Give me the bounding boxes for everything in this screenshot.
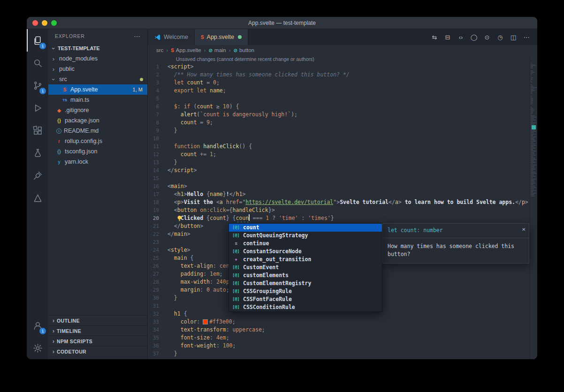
minimize-window-button[interactable]: [42, 20, 47, 26]
activity-settings-icon[interactable]: [27, 337, 48, 359]
breadcrumb-src[interactable]: src: [156, 47, 163, 53]
code-line-1[interactable]: 1<script>: [148, 63, 537, 71]
tree-folder-src[interactable]: ›src: [48, 74, 147, 84]
code-line-4[interactable]: 4 export let name;: [148, 87, 537, 95]
titlebar[interactable]: App.svelte — test-template: [27, 17, 537, 29]
editor-action-run-circle-icon[interactable]: ⊙: [481, 34, 493, 41]
editor-action-open-changes-icon[interactable]: ⊟: [442, 34, 454, 41]
suggestion-create-out-transition[interactable]: ◈create_out_transition: [229, 256, 382, 264]
code-line-13[interactable]: 13 }: [148, 158, 537, 166]
tree-file-yarn-lock[interactable]: yyarn.lock: [48, 157, 147, 167]
activity-accounts-icon[interactable]: 1: [27, 314, 48, 337]
minimap[interactable]: [529, 55, 537, 359]
line-number[interactable]: 36: [148, 342, 168, 350]
line-number[interactable]: 8: [148, 119, 168, 127]
editor-action-code-brackets-icon[interactable]: ‹›: [455, 34, 467, 41]
sidebar-panel-codetour[interactable]: ›CODETOUR: [48, 346, 147, 356]
code-line-8[interactable]: 8 count = 9;: [148, 119, 537, 127]
code-line-36[interactable]: 36 font-weight: 100;: [148, 342, 537, 350]
sidebar-panel-npm-scripts[interactable]: ›NPM SCRIPTS: [48, 336, 147, 346]
tree-file-tsconfig-json[interactable]: {}tsconfig.json: [48, 146, 147, 157]
code-line-33[interactable]: 33 color: #ff3e00;: [148, 318, 537, 326]
suggestion-countqueuingstrategy[interactable]: [@]CountQueuingStrategy: [229, 232, 382, 240]
line-number[interactable]: 30: [148, 294, 168, 302]
suggestion-continue[interactable]: ≡continue: [229, 240, 382, 248]
code-line-11[interactable]: 11 function handleClick() {: [148, 143, 537, 151]
suggestion-customelementregistry[interactable]: [@]CustomElementRegistry: [229, 279, 382, 287]
activity-search-icon[interactable]: [27, 52, 48, 74]
activity-azure-icon[interactable]: [27, 187, 48, 209]
suggestion-count[interactable]: [@]count: [229, 224, 382, 232]
line-number[interactable]: 35: [148, 334, 168, 342]
editor-action-circle-outline-icon[interactable]: ◯: [468, 34, 480, 41]
line-number[interactable]: 15: [148, 174, 168, 182]
activity-extensions-icon[interactable]: [27, 119, 48, 142]
activity-source-control-icon[interactable]: 1: [27, 74, 48, 97]
line-number[interactable]: 23: [148, 238, 168, 246]
breadcrumb-app-svelte[interactable]: SApp.svelte: [171, 47, 201, 53]
tab-welcome[interactable]: Welcome: [148, 29, 195, 45]
code-line-3[interactable]: 3 let count = 0;: [148, 79, 537, 87]
suggestion-cssconditionrule[interactable]: [@]CSSConditionRule: [229, 303, 382, 311]
line-number[interactable]: 6: [148, 103, 168, 111]
code-line-18[interactable]: 18 <p>Visit the <a href="https://svelte.…: [148, 198, 537, 206]
line-number[interactable]: 2: [148, 71, 168, 79]
code-line-37[interactable]: 37 }: [148, 350, 537, 358]
activity-plug-icon[interactable]: [27, 164, 48, 187]
line-number[interactable]: 13: [148, 158, 168, 166]
code-line-17[interactable]: 17 <h1>Hello {name}!</h1>: [148, 190, 537, 198]
editor-action-git-compare-icon[interactable]: ⇆: [428, 34, 441, 41]
activity-test-beaker-icon[interactable]: [27, 142, 48, 164]
line-number[interactable]: 9: [148, 127, 168, 135]
code-line-7[interactable]: 7 alert(`count is dangerously high!`);: [148, 111, 537, 119]
code-editor[interactable]: Unsaved changes (cannot determine recent…: [148, 55, 537, 359]
line-number[interactable]: 12: [148, 151, 168, 158]
code-line-19[interactable]: 19 <button on:click={handleClick}>: [148, 206, 537, 214]
line-number[interactable]: 22: [148, 230, 168, 238]
line-number[interactable]: 1: [148, 63, 168, 71]
line-number[interactable]: 33: [148, 318, 168, 326]
line-number[interactable]: 7: [148, 111, 168, 119]
line-number[interactable]: 28: [148, 278, 168, 286]
tree-folder-public[interactable]: ›public: [48, 64, 147, 74]
code-line-12[interactable]: 12 count += 1;: [148, 151, 537, 158]
explorer-more-actions-icon[interactable]: ⋯: [134, 32, 141, 40]
zoom-window-button[interactable]: [51, 20, 57, 26]
close-window-button[interactable]: [32, 20, 38, 26]
suggestion-cssfontfacerule[interactable]: [@]CSSFontFaceRule: [229, 295, 382, 303]
line-number[interactable]: 20: [148, 214, 168, 222]
line-number[interactable]: 3: [148, 79, 168, 87]
line-number[interactable]: 25: [148, 254, 168, 262]
line-number[interactable]: 32: [148, 310, 168, 318]
sidebar-panel-outline[interactable]: ›OUTLINE: [48, 315, 147, 325]
line-number[interactable]: 18: [148, 198, 168, 206]
line-number[interactable]: 5: [148, 95, 168, 103]
tab-app-svelte[interactable]: SApp.svelte: [195, 29, 248, 45]
line-number[interactable]: 29: [148, 286, 168, 294]
suggestion-constantsourcenode[interactable]: [@]ConstantSourceNode: [229, 248, 382, 256]
breadcrumb-main[interactable]: ⊘main: [208, 47, 226, 53]
tree-file-rollup-config-js[interactable]: rrollup.config.js: [48, 136, 147, 146]
code-line-9[interactable]: 9 }: [148, 127, 537, 135]
code-line-35[interactable]: 35 font-size: 4em;: [148, 334, 537, 342]
activity-explorer-icon[interactable]: 1: [27, 29, 48, 52]
code-line-5[interactable]: 5: [148, 95, 537, 103]
line-number[interactable]: 14: [148, 166, 168, 174]
tree-file-app-svelte[interactable]: SApp.svelte1, M: [48, 84, 147, 95]
line-number[interactable]: 4: [148, 87, 168, 95]
tree-file-package-json[interactable]: {}package.json: [48, 115, 147, 126]
line-number[interactable]: 10: [148, 135, 168, 143]
line-number[interactable]: 17: [148, 190, 168, 198]
line-number[interactable]: 34: [148, 326, 168, 334]
sidebar-panel-timeline[interactable]: ›TIMELINE: [48, 325, 147, 336]
activity-run-debug-icon[interactable]: [27, 97, 48, 119]
breadcrumb-button[interactable]: ⊘button: [234, 47, 254, 53]
editor-action-split-editor-icon[interactable]: ◫: [507, 34, 519, 41]
editor-action-history-icon[interactable]: ◷: [494, 34, 506, 41]
lightbulb-icon[interactable]: [177, 215, 182, 222]
code-line-34[interactable]: 34 text-transform: uppercase;: [148, 326, 537, 334]
line-number[interactable]: 37: [148, 350, 168, 358]
line-number[interactable]: 16: [148, 182, 168, 190]
line-number[interactable]: 26: [148, 262, 168, 270]
line-number[interactable]: 19: [148, 206, 168, 214]
